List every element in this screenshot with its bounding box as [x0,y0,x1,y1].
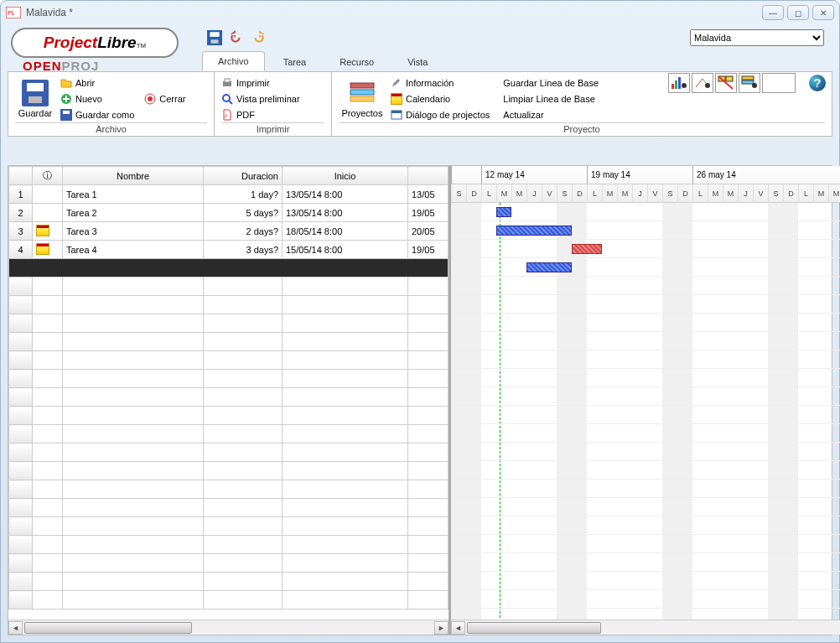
task-grid[interactable]: ⓘ Nombre Duracion Inicio 1Tarea 11 day?1… [8,166,449,609]
gantt-row[interactable] [451,203,840,221]
day-header: D [466,184,481,203]
table-row[interactable]: 4Tarea 43 days?15/05/14 8:0019/05 [9,241,449,259]
pdf-button[interactable]: APDF [221,108,300,122]
print-label: Imprimir [236,78,270,88]
gantt-bar[interactable] [496,207,511,217]
maximize-button[interactable]: ◻ [787,5,809,20]
table-row[interactable] [9,554,449,573]
projects-label: Proyectos [342,108,383,118]
col-inicio[interactable]: Inicio [283,167,408,185]
redo-icon[interactable] [251,30,266,45]
table-row[interactable] [9,370,449,388]
col-duracion[interactable]: Duracion [204,167,283,185]
col-indicator[interactable]: ⓘ [33,167,63,185]
calendar-button[interactable]: Calendario [391,92,490,106]
dialog-button[interactable]: Diálogo de projectos [391,108,490,122]
table-row[interactable] [9,591,449,609]
gantt-row[interactable] [451,258,840,277]
grid-hscroll[interactable]: ◄ ► [8,620,449,635]
day-header: V [753,184,768,203]
col-fin[interactable] [408,167,449,185]
svg-rect-32 [350,90,374,95]
gantt-bar[interactable] [572,244,602,254]
hscroll-thumb[interactable] [24,622,192,634]
scroll-right-icon[interactable]: ► [434,621,449,635]
save-icon[interactable] [207,30,222,45]
gantt-hscroll[interactable]: ◄ ► [451,620,840,635]
table-row[interactable]: 1Tarea 11 day?13/05/14 8:0013/05 [9,185,449,204]
gantt-scroll-left-icon[interactable]: ◄ [451,621,465,635]
svg-text:PL: PL [8,10,15,16]
table-row[interactable] [9,351,449,370]
scroll-left-icon[interactable]: ◄ [8,621,23,635]
day-header: V [647,184,662,203]
update-label: Actualizar [503,110,543,120]
gantt-body[interactable] [451,203,840,635]
logo-tm: TM [137,42,147,49]
clear-baseline-label: Limpiar Linea de Base [503,94,594,104]
table-row[interactable] [9,573,449,591]
close-button[interactable]: ✕ [812,5,834,20]
svg-rect-4 [211,39,219,44]
tab-tarea[interactable]: Tarea [268,53,322,71]
save-button[interactable]: Guardar [15,75,55,122]
gantt-row[interactable] [451,240,840,258]
day-header: L [587,184,602,203]
gantt-bar[interactable] [526,262,572,272]
gantt-pane: 12 may 1419 may 1426 may 14 SDLMMJVSDLMM… [451,166,840,635]
projects-button[interactable]: Proyectos [339,75,386,122]
col-rownum[interactable] [9,167,33,185]
table-row[interactable] [9,499,449,517]
table-row[interactable] [9,277,449,296]
open-button[interactable]: Abrir [60,76,134,91]
day-header: M [813,184,828,203]
table-row[interactable] [9,462,449,480]
svg-rect-31 [350,83,374,88]
constraint-icon [36,243,49,255]
table-row[interactable] [9,407,449,425]
day-header: M [828,184,840,203]
task-grid-pane: ⓘ Nombre Duracion Inicio 1Tarea 11 day?1… [8,166,451,635]
saveas-button[interactable]: Guardar como [60,108,134,122]
save-baseline-button[interactable]: Guardar Linea de Base [503,76,599,91]
preview-button[interactable]: Vista preliminar [221,92,300,106]
ribbon: Guardar Abrir Nuevo Guardar como Cerrar … [8,71,832,137]
tab-archivo[interactable]: Archivo [202,51,265,71]
tab-vista[interactable]: Vista [392,53,443,71]
close-file-button[interactable]: Cerrar [144,92,185,106]
col-nombre[interactable]: Nombre [63,167,204,185]
new-button[interactable]: Nuevo [60,92,134,106]
print-button[interactable]: Imprimir [221,76,300,91]
app-icon: PL [6,7,21,18]
undo-icon[interactable] [229,30,244,45]
info-button[interactable]: Información [391,76,490,91]
titlebar: PL Malavida * — ◻ ✕ [1,1,839,24]
table-row[interactable] [9,296,449,314]
table-row[interactable]: 2Tarea 25 days?13/05/14 8:0019/05 [9,204,449,222]
table-row[interactable] [9,536,449,554]
table-row[interactable] [9,425,449,443]
day-header: D [572,184,587,203]
tab-recurso[interactable]: Recurso [324,53,389,71]
table-row[interactable] [9,517,449,536]
table-row[interactable] [9,443,449,462]
gantt-bar[interactable] [496,226,572,236]
logo-sub2: PROJ [62,59,100,73]
svg-rect-19 [27,83,44,91]
gantt-row[interactable] [451,221,840,240]
gantt-hscroll-thumb[interactable] [467,622,601,634]
ribbon-imprimir-label: Imprimir [221,122,324,134]
table-row[interactable] [9,314,449,333]
day-header: S [557,184,572,203]
preview-label: Vista preliminar [236,94,300,104]
project-selector[interactable]: Malavida [690,29,824,46]
clear-baseline-button[interactable]: Limpiar Linea de Base [503,92,599,106]
save-baseline-label: Guardar Linea de Base [503,78,599,88]
table-row[interactable] [9,388,449,407]
update-button[interactable]: Actualizar [503,108,599,122]
minimize-button[interactable]: — [762,5,784,20]
table-row[interactable] [9,333,449,351]
ribbon-group-proyecto: Proyectos Información Calendario Diálogo… [332,72,832,136]
table-row[interactable]: 3Tarea 32 days?18/05/14 8:0020/05 [9,222,449,241]
table-row[interactable] [9,480,449,499]
